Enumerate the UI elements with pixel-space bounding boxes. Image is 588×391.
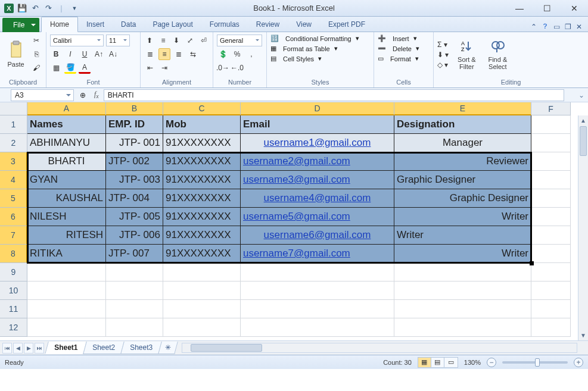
merge-icon[interactable]: ⇆ [187, 48, 199, 60]
cell-F11[interactable] [531, 300, 571, 318]
cell-E6[interactable]: Writer [394, 208, 531, 226]
view-page-break-icon[interactable]: ▭ [444, 358, 458, 367]
cell-D4[interactable]: username3@gmail.com [241, 171, 394, 189]
cell-F9[interactable] [531, 263, 571, 281]
cell-F7[interactable] [531, 226, 571, 245]
format-cells-button[interactable]: ▭ Format ▾ [378, 55, 430, 62]
increase-indent-icon[interactable]: ⇥ [158, 62, 170, 74]
font-name-combo[interactable]: Calibri [50, 35, 104, 46]
new-sheet-button[interactable]: ✳ [158, 342, 179, 354]
fill-color-icon[interactable]: 🪣 [64, 62, 76, 74]
shrink-font-icon[interactable]: A↓ [107, 48, 119, 60]
undo-icon[interactable]: ↶ [30, 3, 41, 14]
row-header-11[interactable]: 11 [0, 300, 27, 318]
vertical-scrollbar[interactable]: ▲ ▼ [578, 115, 588, 340]
fill-icon[interactable]: ⬇ ▾ [437, 51, 449, 59]
underline-icon[interactable]: U [79, 48, 91, 60]
cell-E7[interactable]: Writer [394, 226, 531, 245]
fx-icon[interactable]: fx [89, 90, 104, 99]
close-button[interactable]: ✕ [561, 0, 588, 17]
tab-view[interactable]: View [288, 17, 320, 32]
row-header-9[interactable]: 9 [0, 263, 27, 281]
cell-styles-button[interactable]: ▤ Cell Styles ▾ [270, 55, 370, 62]
cell-F4[interactable] [531, 171, 571, 189]
orientation-icon[interactable]: ⤢ [185, 35, 196, 46]
font-color-icon[interactable]: A [79, 62, 91, 74]
paste-button[interactable]: Paste [4, 40, 28, 68]
scroll-up-icon[interactable]: ▲ [578, 115, 588, 126]
font-size-combo[interactable]: 11 [106, 35, 130, 46]
cell-B12[interactable] [106, 318, 163, 337]
cell-C7[interactable]: 91XXXXXXXX [163, 226, 241, 245]
zoom-slider[interactable] [502, 361, 568, 364]
cell-D3[interactable]: username2@gmail.com [241, 152, 394, 171]
cell-A10[interactable] [27, 281, 106, 300]
cell-C3[interactable]: 91XXXXXXXX [163, 152, 241, 171]
cell-D10[interactable] [241, 281, 394, 300]
spreadsheet-grid[interactable]: ABCDEF 123456789101112 NamesEMP. IDMobEm… [0, 102, 588, 340]
increase-decimal-icon[interactable]: .0→ [217, 62, 229, 74]
zoom-out-button[interactable]: − [487, 358, 496, 367]
cell-E8[interactable]: Writer [394, 245, 531, 263]
cell-A6[interactable]: NILESH [27, 208, 106, 226]
cell-E1[interactable]: Designation [394, 115, 531, 134]
cell-F12[interactable] [531, 318, 571, 337]
cell-D5[interactable]: username4@gmail.com [241, 189, 394, 208]
insert-function-icon[interactable]: ⊕ [76, 91, 89, 99]
cut-icon[interactable]: ✂ [30, 35, 42, 46]
cell-C9[interactable] [163, 263, 241, 281]
cell-E12[interactable] [394, 318, 531, 337]
cell-E2[interactable]: Manager [394, 134, 531, 152]
format-as-table-button[interactable]: ▦ Format as Table ▾ [270, 45, 370, 52]
cell-E11[interactable] [394, 300, 531, 318]
cell-F6[interactable] [531, 208, 571, 226]
expand-formula-bar-icon[interactable]: ⌄ [575, 91, 588, 99]
cell-B8[interactable]: JTP- 007 [106, 245, 163, 263]
cell-D1[interactable]: Email [241, 115, 394, 134]
column-header-B[interactable]: B [106, 102, 163, 115]
cell-A12[interactable] [27, 318, 106, 337]
cell-E10[interactable] [394, 281, 531, 300]
view-normal-icon[interactable]: ▦ [418, 358, 431, 367]
view-page-layout-icon[interactable]: ▤ [431, 358, 444, 367]
tab-file[interactable]: File [2, 18, 39, 32]
clear-icon[interactable]: ◇ ▾ [437, 61, 449, 69]
cell-B9[interactable] [106, 263, 163, 281]
row-header-7[interactable]: 7 [0, 226, 27, 245]
row-header-3[interactable]: 3 [0, 152, 27, 171]
cell-A5[interactable]: KAUSHAL [27, 189, 106, 208]
sheet-last-icon[interactable]: ⏭ [35, 343, 44, 354]
horizontal-scrollbar[interactable] [182, 343, 577, 353]
copy-icon[interactable]: ⎘ [30, 48, 42, 60]
zoom-in-button[interactable]: + [574, 358, 583, 367]
cell-C6[interactable]: 91XXXXXXXX [163, 208, 241, 226]
cell-C8[interactable]: 91XXXXXXXX [163, 245, 241, 263]
sheet-prev-icon[interactable]: ◀ [13, 343, 23, 354]
sheet-next-icon[interactable]: ▶ [24, 343, 33, 354]
wrap-text-icon[interactable]: ⏎ [198, 35, 209, 46]
align-right-icon[interactable]: ≣ [173, 48, 185, 60]
row-header-8[interactable]: 8 [0, 245, 27, 263]
comma-icon[interactable]: , [245, 48, 257, 60]
accounting-format-icon[interactable]: 💲 [217, 48, 229, 60]
tab-expert-pdf[interactable]: Expert PDF [320, 17, 374, 32]
row-header-2[interactable]: 2 [0, 134, 27, 152]
italic-icon[interactable]: I [64, 48, 76, 60]
cell-A11[interactable] [27, 300, 106, 318]
align-middle-icon[interactable]: ≡ [158, 35, 169, 46]
sheet-first-icon[interactable]: ⏮ [2, 343, 12, 354]
align-center-icon[interactable]: ≡ [158, 48, 170, 60]
vertical-scroll-thumb[interactable] [580, 126, 587, 156]
maximize-button[interactable]: ☐ [533, 0, 561, 17]
sheet-tab-2[interactable]: Sheet2 [83, 342, 125, 354]
cell-F1[interactable] [531, 115, 571, 134]
cell-F2[interactable] [531, 134, 571, 152]
cell-C10[interactable] [163, 281, 241, 300]
cell-A3[interactable]: BHARTI [27, 152, 106, 171]
align-top-icon[interactable]: ⬆ [144, 35, 155, 46]
cell-B1[interactable]: EMP. ID [106, 115, 163, 134]
cell-E5[interactable]: Graphic Designer [394, 189, 531, 208]
horizontal-scroll-thumb[interactable] [191, 344, 262, 352]
cell-C5[interactable]: 91XXXXXXXX [163, 189, 241, 208]
decrease-indent-icon[interactable]: ⇤ [144, 62, 156, 74]
